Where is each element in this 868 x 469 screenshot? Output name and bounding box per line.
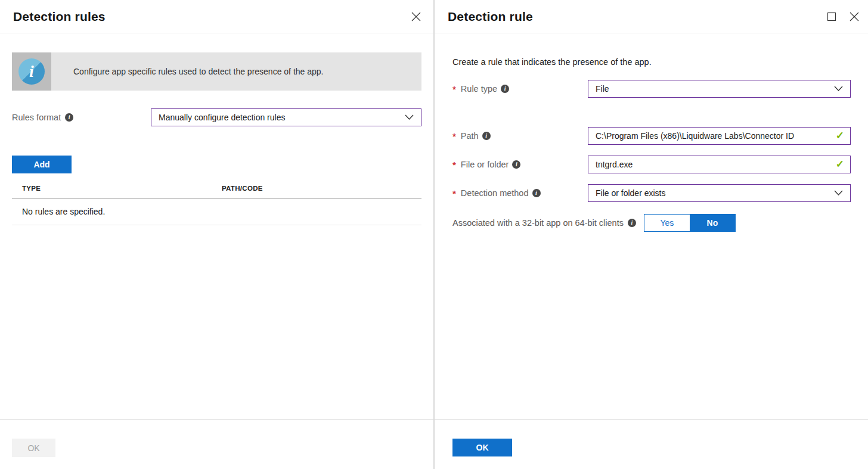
close-icon[interactable] [411,11,421,22]
blade-description: Create a rule that indicates the presenc… [452,57,851,67]
info-tooltip-icon[interactable]: i [482,132,491,140]
detection-rule-body: Create a rule that indicates the presenc… [435,33,868,420]
rules-format-selected-value: Manually configure detection rules [159,113,285,122]
path-input[interactable] [588,127,851,145]
info-banner-text: Configure app specific rules used to det… [51,52,421,91]
info-tooltip-icon[interactable]: i [501,85,509,93]
chevron-down-icon [834,84,843,94]
rule-type-select[interactable]: File [588,80,851,98]
detection-rules-body: i Configure app specific rules used to d… [0,33,433,420]
page-title: Detection rules [13,10,106,24]
detection-method-label: * Detection method i [452,188,588,198]
detection-rules-header: Detection rules [0,0,433,33]
column-header-type[interactable]: TYPE [12,185,222,192]
file-or-folder-input[interactable] [588,156,851,173]
path-row: * Path i ✓ [452,127,851,145]
path-label: * Path i [452,131,588,141]
rule-type-control: File [588,80,851,98]
info-icon: i [18,58,45,85]
associated-32bit-toggle: Yes No [644,214,736,232]
rule-type-selected-value: File [596,84,609,94]
chevron-down-icon [834,188,843,198]
rule-type-label-text: Rule type [461,84,497,94]
detection-rule-footer: OK [435,420,868,469]
info-tooltip-icon[interactable]: i [65,113,73,122]
file-or-folder-label-text: File or folder [461,160,509,169]
rules-format-row: Rules format i Manually configure detect… [12,108,421,126]
chevron-down-icon [405,113,414,122]
required-asterisk: * [452,131,456,141]
detection-method-select[interactable]: File or folder exists [588,184,851,202]
detection-rules-footer: OK [0,420,433,469]
required-asterisk: * [452,188,456,198]
rules-table-header: TYPE PATH/CODE [12,185,421,199]
detection-method-control: File or folder exists [588,184,851,202]
column-header-path-code[interactable]: PATH/CODE [222,185,421,192]
info-tooltip-icon[interactable]: i [628,219,636,227]
info-banner-icon-cell: i [12,52,51,91]
rule-type-label: * Rule type i [452,84,588,94]
rule-type-row: * Rule type i File [452,80,851,98]
info-tooltip-icon[interactable]: i [532,189,541,197]
maximize-icon[interactable] [826,11,837,22]
blade-title: Detection rule [448,10,533,24]
associated-32bit-label-text: Associated with a 32-bit app on 64-bit c… [452,218,624,228]
ok-button[interactable]: OK [452,439,512,456]
associated-32bit-label: Associated with a 32-bit app on 64-bit c… [452,218,636,228]
file-or-folder-control: ✓ [588,156,851,173]
detection-rules-panel: Detection rules i Configure app specific… [0,0,433,469]
required-asterisk: * [452,84,456,94]
add-rule-button[interactable]: Add [12,156,72,173]
close-icon[interactable] [849,11,860,22]
file-or-folder-row: * File or folder i ✓ [452,156,851,173]
detection-rule-header: Detection rule [435,0,868,33]
path-label-text: Path [461,131,479,141]
info-banner: i Configure app specific rules used to d… [12,52,421,91]
ok-button-disabled[interactable]: OK [12,439,55,457]
header-icons [411,11,421,22]
detection-rule-panel: Detection rule Create a rule that indica… [433,0,868,469]
associated-32bit-row: Associated with a 32-bit app on 64-bit c… [452,214,851,232]
file-or-folder-label: * File or folder i [452,160,588,170]
toggle-yes-option[interactable]: Yes [644,215,690,231]
toggle-no-option[interactable]: No [690,215,735,231]
info-tooltip-icon[interactable]: i [512,160,520,169]
detection-method-label-text: Detection method [461,188,529,198]
header-icons [826,11,860,22]
rules-format-label: Rules format i [12,113,151,122]
empty-rules-message: No rules are specified. [12,199,421,225]
path-control: ✓ [588,127,851,145]
rules-format-label-text: Rules format [12,113,61,122]
detection-method-row: * Detection method i File or folder exis… [452,184,851,202]
required-asterisk: * [452,160,456,170]
detection-method-selected-value: File or folder exists [596,188,665,198]
rules-format-select[interactable]: Manually configure detection rules [151,108,421,126]
